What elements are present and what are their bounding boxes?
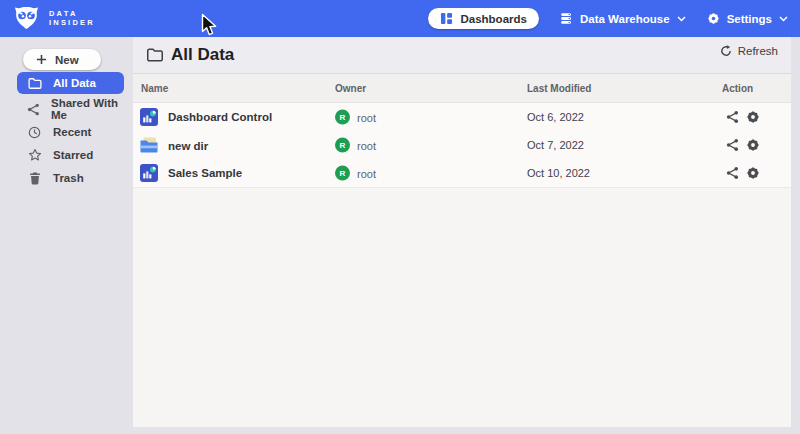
sidebar-item-trash[interactable]: Trash [17, 167, 124, 189]
gear-icon[interactable] [746, 138, 760, 152]
sidebar-item-label: Recent [53, 126, 91, 138]
trash-icon [27, 172, 42, 185]
star-icon [27, 148, 42, 162]
settings-menu[interactable]: Settings [707, 12, 788, 25]
new-button-label: New [55, 54, 79, 66]
chevron-down-icon [779, 16, 788, 22]
owner-name: root [357, 111, 376, 123]
folder-color-icon [140, 137, 158, 154]
sidebar-item-all-data[interactable]: All Data [17, 72, 124, 94]
logo-text-line2: INSIDER [49, 18, 95, 28]
app-window: DATA INSIDER Dashboards [0, 0, 800, 434]
settings-label: Settings [727, 13, 772, 25]
table-header: Name Owner Last Modified Action [133, 74, 791, 103]
share-icon[interactable] [726, 111, 739, 124]
column-header-owner: Owner [335, 83, 366, 94]
empty-area [133, 215, 791, 427]
owner-name: root [357, 167, 376, 179]
refresh-label: Refresh [738, 45, 778, 57]
sidebar: New All Data Shared With Me [0, 37, 133, 434]
new-button[interactable]: New [23, 49, 101, 70]
data-warehouse-menu[interactable]: Data Warehouse [560, 12, 686, 25]
dashboards-icon [440, 12, 453, 25]
data-warehouse-icon [560, 12, 573, 25]
brand-logo[interactable]: DATA INSIDER [13, 5, 95, 31]
last-modified: Oct 10, 2022 [527, 167, 590, 179]
owner-avatar: R [335, 166, 350, 181]
table-row[interactable]: new dir R root Oct 7, 2022 [133, 131, 791, 160]
clock-icon [27, 126, 42, 139]
refresh-icon [720, 45, 732, 57]
folder-icon [146, 47, 164, 67]
column-header-name: Name [141, 83, 168, 94]
share-icon[interactable] [726, 167, 739, 180]
chevron-down-icon [677, 16, 686, 22]
table-row[interactable]: Sales Sample R root Oct 10, 2022 [133, 159, 791, 188]
plus-icon [36, 54, 47, 65]
last-modified: Oct 6, 2022 [527, 111, 584, 123]
last-modified: Oct 7, 2022 [527, 139, 584, 151]
sidebar-item-shared-with-me[interactable]: Shared With Me [17, 98, 124, 120]
file-name: new dir [168, 139, 208, 151]
sidebar-item-recent[interactable]: Recent [17, 121, 124, 143]
logo-text-line1: DATA [49, 9, 95, 19]
dashboards-button[interactable]: Dashboards [428, 8, 538, 29]
owner-avatar: R [335, 138, 350, 153]
file-name: Sales Sample [168, 167, 242, 179]
sidebar-item-label: Starred [53, 149, 93, 161]
table-row[interactable]: Dashboard Control R root Oct 6, 2022 [133, 103, 791, 132]
top-header: DATA INSIDER Dashboards [0, 0, 800, 37]
column-header-action: Action [722, 83, 753, 94]
dashboard-file-icon [140, 108, 158, 126]
page-title-bar: All Data Refresh [133, 37, 791, 74]
sidebar-item-label: All Data [53, 77, 96, 89]
column-header-last-modified: Last Modified [527, 83, 591, 94]
refresh-button[interactable]: Refresh [720, 45, 778, 57]
owl-logo-icon [13, 5, 40, 31]
share-icon [27, 103, 40, 116]
folder-icon [27, 77, 42, 90]
data-warehouse-label: Data Warehouse [580, 13, 670, 25]
owner-name: root [357, 139, 376, 151]
settings-gear-icon [707, 12, 720, 25]
page-title: All Data [171, 45, 234, 65]
file-name: Dashboard Control [168, 111, 272, 123]
gear-icon[interactable] [746, 110, 760, 124]
share-icon[interactable] [726, 139, 739, 152]
dashboard-file-icon [140, 164, 158, 182]
dashboards-label: Dashboards [460, 13, 526, 25]
gear-icon[interactable] [746, 166, 760, 180]
content-panel: All Data Refresh Name Owner Last Modifie… [133, 37, 791, 427]
sidebar-item-label: Trash [53, 172, 84, 184]
sidebar-item-starred[interactable]: Starred [17, 144, 124, 166]
owner-avatar: R [335, 110, 350, 125]
header-nav: Dashboards Data Warehouse [428, 0, 788, 37]
sidebar-item-label: Shared With Me [51, 97, 124, 121]
